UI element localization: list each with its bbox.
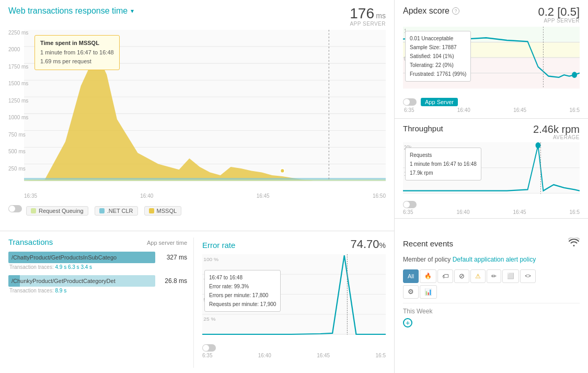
toolbar-btn-all[interactable]: All bbox=[403, 269, 419, 283]
apdex-metric: 0.2 [0.5] APP SERVER bbox=[538, 6, 580, 24]
error-header: Error rate 74.70% bbox=[202, 238, 386, 251]
apdex-value: 0.2 [0.5] bbox=[538, 6, 580, 18]
legend-request-queuing: Request Queuing bbox=[26, 206, 88, 216]
metric-value: 176 bbox=[350, 5, 374, 21]
chart-icon: 📊 bbox=[424, 288, 432, 296]
events-toolbar: All 🔥 🏷 ⊘ ⚠ ✏ ⬜ <> bbox=[403, 269, 580, 283]
throughput-chart-container: Requests 1 minute from 16:47 to 16:48 17… bbox=[403, 142, 580, 200]
cancel-icon: ⊘ bbox=[459, 272, 465, 280]
transaction-time-2: 26.8 ms bbox=[158, 277, 187, 285]
error-x-axis: 6:35 16:40 16:45 16:5 bbox=[202, 353, 386, 358]
transaction-row: /ChattyProduct/GetProductsInSubCatego 32… bbox=[8, 252, 187, 270]
throughput-tooltip-line1: Requests bbox=[410, 151, 477, 160]
events-title: Recent events bbox=[403, 239, 453, 248]
metric-value-row: 176 ms bbox=[350, 6, 386, 21]
help-icon[interactable]: ? bbox=[452, 7, 459, 15]
apdex-tooltip-line4: Tolerating: 22 (0%) bbox=[410, 61, 466, 70]
error-tooltip: 16:47 to 16:48 Error rate: 99.3% Errors … bbox=[204, 270, 281, 312]
apdex-header: Apdex score ? 0.2 [0.5] APP SERVER bbox=[403, 6, 580, 24]
toolbar-btn-gear[interactable]: ⚙ bbox=[403, 285, 419, 299]
warning-icon: ⚠ bbox=[475, 273, 481, 280]
toolbar-btn-display[interactable]: ⬜ bbox=[502, 269, 519, 283]
error-chart-container: 16:47 to 16:48 Error rate: 99.3% Errors … bbox=[202, 254, 386, 343]
add-event-row: + bbox=[403, 318, 580, 327]
chart-tooltip: Time spent in MSSQL 1 minute from 16:47 … bbox=[34, 35, 120, 70]
apdex-title-row: Apdex score ? bbox=[403, 6, 459, 16]
right-panel: Apdex score ? 0.2 [0.5] APP SERVER 0.01 … bbox=[395, 0, 588, 231]
x-axis-labels: 16:35 16:40 16:45 16:50 bbox=[8, 192, 386, 199]
code-icon: <> bbox=[525, 273, 531, 279]
app-server-tag[interactable]: App Server bbox=[421, 98, 458, 106]
throughput-tooltip-line3: 17.9k rpm bbox=[410, 168, 477, 177]
fire-icon: 🔥 bbox=[424, 273, 432, 279]
main-chart-container: Time spent in MSSQL 1 minute from 16:47 … bbox=[8, 30, 386, 192]
legend-dot-net-clr bbox=[99, 208, 105, 213]
wifi-icon bbox=[568, 238, 580, 250]
throughput-toggle[interactable] bbox=[403, 201, 417, 208]
apdex-toggle[interactable] bbox=[403, 98, 417, 106]
web-transactions-panel: Web transactions response time ▾ 176 ms … bbox=[0, 0, 395, 231]
transactions-title: Transactions bbox=[8, 238, 53, 246]
throughput-panel: Throughput 2.46k rpm AVERAGE Requests 1 … bbox=[395, 119, 588, 219]
error-tooltip-line4: Requests per minute: 17,900 bbox=[209, 300, 276, 309]
apdex-tooltip-line3: Satisfied: 104 (1%) bbox=[410, 52, 466, 61]
toolbar-btn-chart[interactable]: 📊 bbox=[420, 285, 437, 299]
transaction-name-2: /ChunkyProduct/GetProductCategoryDet bbox=[11, 278, 116, 284]
toolbar-btn-cancel[interactable]: ⊘ bbox=[454, 269, 469, 283]
error-rate-section: Error rate 74.70% 16:47 to 16:48 Error r… bbox=[200, 238, 386, 368]
add-event-button[interactable]: + bbox=[403, 318, 412, 327]
svg-point-29 bbox=[536, 142, 541, 149]
panel-title-text: Web transactions response time bbox=[8, 6, 128, 16]
svg-text:25 %: 25 % bbox=[203, 316, 215, 322]
transactions-subtitle: App server time bbox=[147, 240, 187, 246]
edit-icon: ✏ bbox=[491, 273, 497, 280]
apdex-tooltip-line2: Sample Size: 17887 bbox=[410, 43, 466, 52]
transactions-header: Transactions App server time bbox=[8, 238, 187, 246]
events-policy-text: Member of policy Default application ale… bbox=[403, 255, 580, 264]
legend-dot-mssql bbox=[149, 208, 154, 213]
error-tooltip-line3: Errors per minute: 17,800 bbox=[209, 291, 276, 300]
chevron-down-icon[interactable]: ▾ bbox=[131, 7, 134, 15]
error-chart-toggle[interactable] bbox=[202, 344, 216, 352]
throughput-metric: 2.46k rpm AVERAGE bbox=[533, 124, 580, 140]
apdex-label: APP SERVER bbox=[538, 18, 580, 24]
error-tooltip-line1: 16:47 to 16:48 bbox=[209, 273, 276, 282]
toolbar-btn-fire[interactable]: 🔥 bbox=[420, 269, 436, 283]
transactions-section: Transactions App server time /ChattyProd… bbox=[8, 238, 194, 368]
apdex-tooltip-line1: 0.01 Unacceptable bbox=[410, 34, 466, 43]
apdex-chart-container: 0.01 Unacceptable Sample Size: 17887 Sat… bbox=[403, 27, 580, 95]
svg-marker-12 bbox=[24, 179, 386, 180]
tooltip-title: Time spent in MSSQL bbox=[40, 39, 114, 48]
apdex-tooltip-line5: Frustrated: 17761 (99%) bbox=[410, 70, 466, 78]
main-metric: 176 ms APP SERVER bbox=[350, 6, 386, 27]
error-title: Error rate bbox=[202, 241, 235, 250]
throughput-value: 2.46k rpm bbox=[533, 124, 580, 134]
error-value: 74.70% bbox=[350, 238, 386, 251]
transaction-bar-1: /ChattyProduct/GetProductsInSubCatego bbox=[8, 252, 155, 263]
legend-row: Request Queuing .NET CLR MSSQL bbox=[26, 206, 181, 216]
tooltip-line2: 1.69 ms per request bbox=[40, 57, 114, 66]
metric-unit: ms bbox=[376, 12, 386, 20]
transaction-time-1: 327 ms bbox=[158, 254, 187, 261]
toolbar-btn-warning[interactable]: ⚠ bbox=[470, 269, 486, 283]
apdex-toggle-row: App Server bbox=[403, 98, 580, 106]
toolbar-btn-edit[interactable]: ✏ bbox=[487, 269, 501, 283]
svg-point-22 bbox=[572, 72, 577, 78]
tooltip-line1: 1 minute from 16:47 to 16:48 bbox=[40, 48, 114, 58]
recent-events-panel: Recent events Member of policy Default a… bbox=[395, 231, 588, 374]
legend-mssql: MSSQL bbox=[144, 206, 182, 216]
toolbar-btn-tag[interactable]: 🏷 bbox=[437, 269, 453, 283]
main-chart-toggle[interactable] bbox=[8, 205, 22, 212]
policy-link[interactable]: Default application alert policy bbox=[453, 256, 536, 263]
transaction-bar-row-1: /ChattyProduct/GetProductsInSubCatego 32… bbox=[8, 252, 187, 263]
legend-net-clr: .NET CLR bbox=[95, 206, 138, 216]
error-tooltip-line2: Error rate: 99.3% bbox=[209, 282, 276, 291]
toolbar-btn-code[interactable]: <> bbox=[520, 269, 536, 283]
tag-icon: 🏷 bbox=[442, 273, 448, 280]
transaction-bar-row-2: /ChunkyProduct/GetProductCategoryDet 26.… bbox=[8, 275, 187, 287]
throughput-label: AVERAGE bbox=[533, 134, 580, 140]
panel-title-row: Web transactions response time ▾ bbox=[8, 6, 134, 16]
throughput-header: Throughput 2.46k rpm AVERAGE bbox=[403, 124, 580, 140]
apdex-title-text: Apdex score bbox=[403, 6, 449, 16]
legend-dot-request-queuing bbox=[31, 208, 36, 213]
